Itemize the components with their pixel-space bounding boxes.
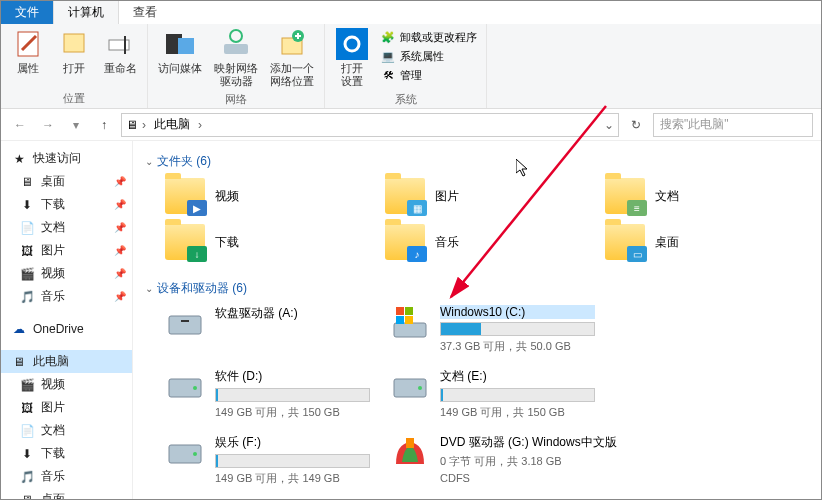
- drive-item[interactable]: 软件 (D:)149 GB 可用，共 150 GB: [165, 368, 370, 420]
- svg-point-7: [230, 30, 242, 42]
- drive-item[interactable]: 文档 (E:)149 GB 可用，共 150 GB: [390, 368, 595, 420]
- address-bar[interactable]: 🖥 › 此电脑 › ⌄: [121, 113, 619, 137]
- breadcrumb-thispc[interactable]: 此电脑: [150, 116, 194, 133]
- system-properties-button[interactable]: 💻系统属性: [377, 47, 480, 65]
- properties-icon: [12, 28, 44, 60]
- pin-icon: 📌: [114, 199, 126, 210]
- group-folders-header[interactable]: ⌄文件夹 (6): [145, 149, 809, 178]
- folder-icon: ▶: [165, 178, 205, 214]
- forward-button[interactable]: →: [37, 114, 59, 136]
- tab-file[interactable]: 文件: [1, 1, 53, 24]
- address-dropdown[interactable]: ⌄: [604, 118, 614, 132]
- folder-icon: 🖥: [19, 174, 35, 190]
- drive-icon: ⬇: [19, 446, 35, 462]
- rename-icon: [104, 28, 136, 60]
- svg-rect-13: [181, 320, 189, 322]
- ribbon-group-location: 属性 打开 重命名 位置: [1, 24, 148, 108]
- sidebar-pinned-item[interactable]: 🖼图片📌: [1, 239, 132, 262]
- sidebar-pc-item[interactable]: 🖥桌面: [1, 488, 132, 499]
- sidebar-pinned-item[interactable]: 📄文档📌: [1, 216, 132, 239]
- sidebar-quick-access[interactable]: ★快速访问: [1, 147, 132, 170]
- map-network-drive-button[interactable]: 映射网络 驱动器: [210, 26, 262, 90]
- sidebar-pc-item[interactable]: 🎬视频: [1, 373, 132, 396]
- manage-icon: 🛠: [380, 67, 396, 83]
- tab-strip: 文件 计算机 查看: [1, 1, 821, 24]
- open-icon: [58, 28, 90, 60]
- properties-button[interactable]: 属性: [7, 26, 49, 89]
- drive-item[interactable]: Windows10 (C:)37.3 GB 可用，共 50.0 GB: [390, 305, 595, 354]
- drive-icon: [390, 305, 430, 345]
- pc-icon: 🖥: [11, 354, 27, 370]
- pin-icon: 📌: [114, 268, 126, 279]
- add-location-icon: [276, 28, 308, 60]
- rename-button[interactable]: 重命名: [99, 26, 141, 89]
- chevron-down-icon: ⌄: [145, 156, 153, 167]
- ribbon-group-network: 访问媒体 映射网络 驱动器 添加一个 网络位置 网络: [148, 24, 325, 108]
- svg-rect-16: [405, 307, 413, 315]
- svg-rect-15: [396, 307, 404, 315]
- drive-icon: 🎵: [19, 469, 35, 485]
- back-button[interactable]: ←: [9, 114, 31, 136]
- folder-item[interactable]: ♪音乐: [385, 224, 565, 260]
- capacity-bar: [215, 388, 370, 402]
- folder-item[interactable]: ▦图片: [385, 178, 565, 214]
- recent-locations-button[interactable]: ▾: [65, 114, 87, 136]
- svg-rect-17: [396, 316, 404, 324]
- manage-button[interactable]: 🛠管理: [377, 66, 480, 84]
- main-content: ⌄文件夹 (6) ▶视频▦图片≡文档↓下载♪音乐▭桌面 ⌄设备和驱动器 (6) …: [133, 141, 821, 499]
- drive-item[interactable]: 软盘驱动器 (A:): [165, 305, 370, 354]
- folder-item[interactable]: ↓下载: [165, 224, 345, 260]
- drive-icon: 🖥: [19, 492, 35, 500]
- open-button[interactable]: 打开: [53, 26, 95, 89]
- svg-rect-5: [178, 38, 194, 54]
- folder-item[interactable]: ≡文档: [605, 178, 785, 214]
- group-drives-header[interactable]: ⌄设备和驱动器 (6): [145, 276, 809, 305]
- uninstall-programs-button[interactable]: 🧩卸载或更改程序: [377, 28, 480, 46]
- sidebar-this-pc[interactable]: 🖥此电脑: [1, 350, 132, 373]
- access-media-button[interactable]: 访问媒体: [154, 26, 206, 90]
- search-input[interactable]: 搜索"此电脑": [653, 113, 813, 137]
- folder-icon: ♪: [385, 224, 425, 260]
- folder-icon: 🎬: [19, 266, 35, 282]
- sidebar-pc-item[interactable]: 📄文档: [1, 419, 132, 442]
- refresh-button[interactable]: ↻: [625, 118, 647, 132]
- pin-icon: 📌: [114, 222, 126, 233]
- sidebar-onedrive[interactable]: ☁OneDrive: [1, 318, 132, 340]
- folder-item[interactable]: ▶视频: [165, 178, 345, 214]
- sidebar-pinned-item[interactable]: 🎵音乐📌: [1, 285, 132, 308]
- tab-computer[interactable]: 计算机: [53, 0, 119, 24]
- capacity-bar: [440, 322, 595, 336]
- breadcrumb-sep: ›: [142, 118, 146, 132]
- drive-icon: [165, 305, 205, 345]
- open-settings-button[interactable]: 打开 设置: [331, 26, 373, 90]
- tab-view[interactable]: 查看: [119, 1, 171, 24]
- sidebar-pinned-item[interactable]: 🖥桌面📌: [1, 170, 132, 193]
- pin-icon: 📌: [114, 176, 126, 187]
- drive-item[interactable]: 娱乐 (F:)149 GB 可用，共 149 GB: [165, 434, 370, 486]
- ribbon-group-system-title: 系统: [395, 90, 417, 109]
- add-network-location-button[interactable]: 添加一个 网络位置: [266, 26, 318, 90]
- sidebar-pc-item[interactable]: ⬇下载: [1, 442, 132, 465]
- drive-icon: 🖼: [19, 400, 35, 416]
- drive-item[interactable]: DVD 驱动器 (G:) Windows中文版0 字节 可用，共 3.18 GB…: [390, 434, 595, 486]
- media-icon: [164, 28, 196, 60]
- folder-item[interactable]: ▭桌面: [605, 224, 785, 260]
- svg-rect-18: [405, 316, 413, 324]
- folder-icon: ▭: [605, 224, 645, 260]
- up-button[interactable]: ↑: [93, 114, 115, 136]
- svg-rect-14: [394, 323, 426, 337]
- svg-rect-6: [224, 44, 248, 54]
- ribbon: 属性 打开 重命名 位置 访问媒体 映射网络 驱动器: [1, 24, 821, 109]
- svg-rect-12: [169, 316, 201, 334]
- drive-icon: 🎬: [19, 377, 35, 393]
- sidebar-pinned-item[interactable]: 🎬视频📌: [1, 262, 132, 285]
- sidebar-pc-item[interactable]: 🖼图片: [1, 396, 132, 419]
- sidebar-pinned-item[interactable]: ⬇下载📌: [1, 193, 132, 216]
- sidebar-pc-item[interactable]: 🎵音乐: [1, 465, 132, 488]
- folder-icon: 🎵: [19, 289, 35, 305]
- chevron-down-icon: ⌄: [145, 283, 153, 294]
- drive-icon: [165, 434, 205, 474]
- network-drive-icon: [220, 28, 252, 60]
- pc-icon: 🖥: [126, 118, 138, 132]
- drive-icon: [165, 368, 205, 408]
